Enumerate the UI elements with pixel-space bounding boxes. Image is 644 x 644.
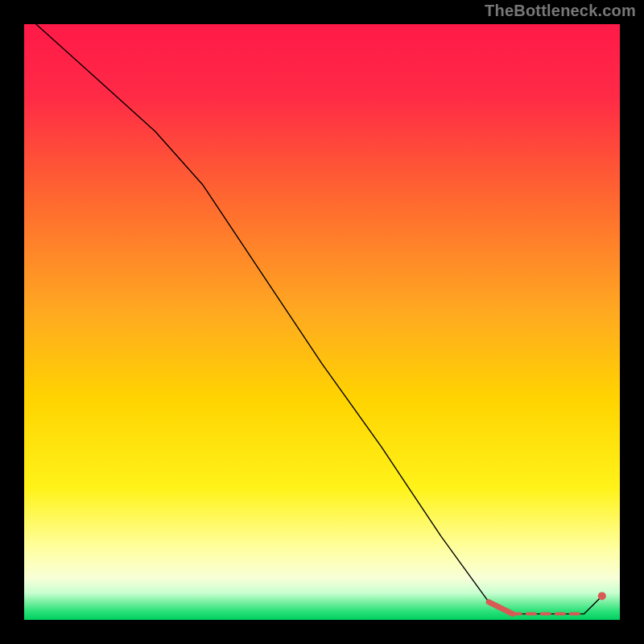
chart-svg [24,24,620,620]
gradient-background [24,24,620,620]
chart-stage: TheBottleneck.com [0,0,644,644]
series-end-marker-pt0 [598,592,606,600]
watermark-text: TheBottleneck.com [485,2,636,20]
plot-area [24,24,620,620]
